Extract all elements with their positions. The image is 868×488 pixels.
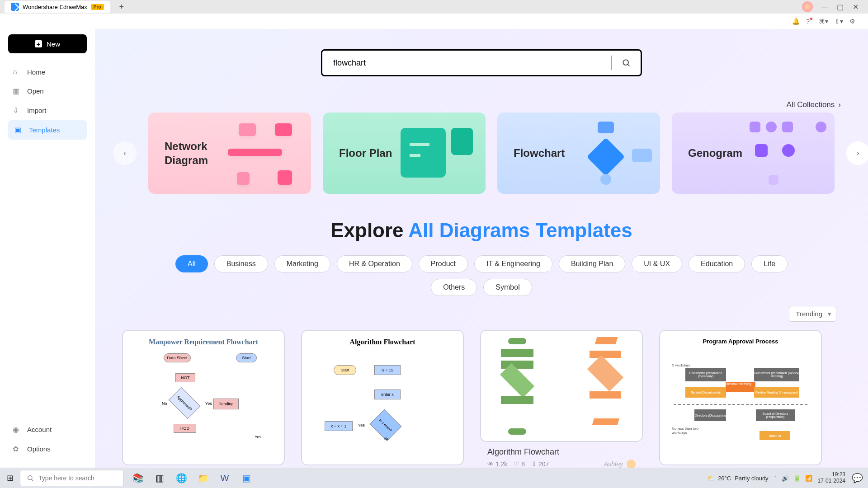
category-carousel: ‹ Network Diagram Floor Plan bbox=[95, 113, 868, 194]
template-card[interactable]: Program Approval Process Review Meeting … bbox=[659, 330, 822, 465]
template-title: Manpower Requirement Flowchart bbox=[123, 338, 284, 346]
template-caption: Algorithm Flowchart bbox=[480, 442, 643, 459]
cloud-icon[interactable]: ⇧▾ bbox=[835, 18, 843, 25]
filter-business[interactable]: Business bbox=[214, 255, 268, 272]
app-logo-icon bbox=[11, 3, 19, 11]
category-label: Genogram bbox=[688, 146, 742, 160]
carousel-prev-button[interactable]: ‹ bbox=[113, 141, 137, 165]
explorer-icon[interactable]: 📁 bbox=[193, 469, 212, 488]
notifications-icon[interactable]: 💬 bbox=[851, 469, 863, 488]
task-view-icon[interactable]: ▥ bbox=[150, 469, 169, 488]
sidebar-item-label: Import bbox=[27, 107, 47, 114]
svg-point-0 bbox=[623, 60, 628, 65]
taskbar-search[interactable]: Type here to search bbox=[20, 470, 124, 486]
app-toolbar: 🔔 ? ⌘▾ ⇧▾ ⚙ bbox=[0, 14, 868, 29]
new-label: New bbox=[47, 40, 60, 48]
word-icon[interactable]: W bbox=[215, 469, 234, 488]
template-card[interactable]: Algorithm Flowchart 👁 1.2k ♡ 8 ⇩ 207 Ash… bbox=[480, 330, 643, 468]
shortcuts-icon[interactable]: ⌘▾ bbox=[819, 18, 828, 25]
options-icon: ✿ bbox=[13, 445, 21, 453]
minimize-button[interactable]: — bbox=[821, 3, 828, 10]
filter-product[interactable]: Product bbox=[419, 255, 468, 272]
filter-it[interactable]: IT & Engineering bbox=[474, 255, 552, 272]
home-icon: ⌂ bbox=[13, 68, 21, 76]
category-label: Floor Plan bbox=[339, 146, 392, 160]
template-title: Algorithm Flowchart bbox=[302, 338, 463, 346]
category-floor-plan[interactable]: Floor Plan bbox=[323, 113, 486, 194]
app-tab[interactable]: Wondershare EdrawMax Pro bbox=[5, 1, 110, 13]
sidebar-item-account[interactable]: ◉ Account bbox=[0, 420, 95, 439]
windows-taskbar: ⊞ Type here to search 📚 ▥ 🌐 📁 W ▣ ⛅ 26°C… bbox=[0, 468, 868, 488]
filter-symbol[interactable]: Symbol bbox=[483, 279, 532, 296]
gear-icon[interactable]: ⚙ bbox=[849, 18, 855, 25]
sidebar-item-label: Templates bbox=[29, 126, 60, 134]
filter-life[interactable]: Life bbox=[751, 255, 788, 272]
filter-bar: All Business Marketing HR & Operation Pr… bbox=[95, 255, 868, 296]
import-icon: ⇩ bbox=[13, 106, 21, 115]
svg-line-1 bbox=[628, 65, 630, 66]
category-genogram[interactable]: Genogram bbox=[672, 113, 835, 194]
category-flowchart[interactable]: Flowchart bbox=[497, 113, 660, 194]
weather-icon: ⛅ bbox=[707, 475, 714, 482]
sidebar-item-options[interactable]: ✿ Options bbox=[0, 439, 95, 459]
maximize-button[interactable]: ▢ bbox=[836, 3, 844, 10]
category-network-diagram[interactable]: Network Diagram bbox=[148, 113, 311, 194]
app-name: Wondershare EdrawMax bbox=[23, 4, 87, 10]
all-collections-link[interactable]: All Collections › bbox=[787, 100, 841, 109]
weather-widget[interactable]: ⛅ 26°C Partly cloudy bbox=[707, 475, 768, 482]
main-content: All Collections › ‹ Network Diagram bbox=[95, 29, 868, 468]
title-bar: Wondershare EdrawMax Pro + — ▢ ✕ bbox=[0, 0, 868, 14]
sidebar-item-label: Home bbox=[27, 68, 45, 76]
sidebar-item-label: Open bbox=[27, 87, 44, 95]
sidebar-item-label: Options bbox=[27, 445, 51, 453]
explore-heading: Explore All Diagrams Templates bbox=[95, 219, 868, 242]
filter-marketing[interactable]: Marketing bbox=[274, 255, 330, 272]
edrawmax-icon[interactable]: ▣ bbox=[237, 469, 256, 488]
floor-plan-icon bbox=[401, 122, 477, 185]
filter-others[interactable]: Others bbox=[431, 279, 477, 296]
sidebar-item-templates[interactable]: ▣ Templates bbox=[8, 120, 87, 140]
chevron-up-icon[interactable]: ˄ bbox=[774, 475, 777, 482]
bell-icon[interactable]: 🔔 bbox=[792, 18, 800, 25]
category-label: Flowchart bbox=[514, 146, 565, 160]
filter-hr[interactable]: HR & Operation bbox=[337, 255, 412, 272]
new-tab-button[interactable]: + bbox=[119, 2, 124, 12]
template-card[interactable]: Algorithm Flowchart Start S = 15 enter x… bbox=[301, 330, 464, 465]
battery-icon[interactable]: 🔋 bbox=[793, 475, 801, 482]
carousel-next-button[interactable]: › bbox=[846, 141, 868, 165]
taskbar-books-icon[interactable]: 📚 bbox=[128, 469, 147, 488]
template-card[interactable]: Manpower Requirement Flowchart Data Shee… bbox=[122, 330, 285, 465]
sidebar-item-home[interactable]: ⌂ Home bbox=[0, 62, 95, 81]
close-button[interactable]: ✕ bbox=[852, 3, 859, 10]
user-avatar-icon[interactable] bbox=[802, 1, 813, 12]
svg-point-2 bbox=[28, 476, 32, 480]
filter-all[interactable]: All bbox=[175, 255, 208, 272]
pro-badge: Pro bbox=[91, 4, 104, 10]
start-button[interactable]: ⊞ bbox=[0, 473, 20, 483]
search-input[interactable] bbox=[322, 58, 611, 68]
new-button[interactable]: + New bbox=[8, 34, 87, 53]
sidebar-item-import[interactable]: ⇩ Import bbox=[0, 101, 95, 120]
system-tray[interactable]: ˄ 🔊 🔋 📶 bbox=[774, 475, 812, 482]
sidebar-item-open[interactable]: ▥ Open bbox=[0, 81, 95, 101]
category-label: Network Diagram bbox=[165, 139, 232, 167]
edge-icon[interactable]: 🌐 bbox=[172, 469, 191, 488]
flowchart-icon bbox=[575, 122, 652, 185]
filter-uiux[interactable]: UI & UX bbox=[632, 255, 682, 272]
template-title: Program Approval Process bbox=[660, 338, 821, 345]
search-button[interactable] bbox=[612, 58, 641, 67]
sidebar: + New ⌂ Home ▥ Open ⇩ Import ▣ Templates… bbox=[0, 29, 95, 468]
filter-building[interactable]: Building Plan bbox=[559, 255, 625, 272]
taskbar-clock[interactable]: 19:23 17-01-2024 bbox=[818, 472, 845, 484]
template-meta: 👁 1.2k ♡ 8 ⇩ 207 Ashley bbox=[480, 459, 643, 468]
open-icon: ▥ bbox=[13, 87, 21, 95]
search-box bbox=[321, 49, 642, 76]
search-icon bbox=[622, 58, 631, 67]
search-icon bbox=[27, 474, 34, 482]
volume-icon[interactable]: 🔊 bbox=[782, 475, 789, 482]
filter-education[interactable]: Education bbox=[689, 255, 745, 272]
wifi-icon[interactable]: 📶 bbox=[805, 475, 812, 482]
help-icon[interactable]: ? bbox=[806, 18, 812, 25]
sort-dropdown[interactable]: Trending bbox=[789, 306, 836, 322]
templates-icon: ▣ bbox=[14, 126, 23, 134]
